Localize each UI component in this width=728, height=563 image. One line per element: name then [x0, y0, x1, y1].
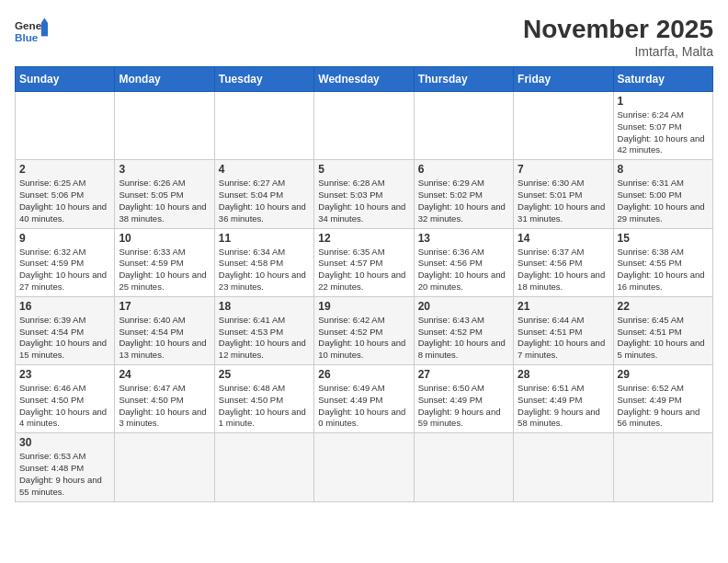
- calendar-cell: [214, 92, 313, 160]
- day-info: Sunrise: 6:35 AM Sunset: 4:57 PM Dayligh…: [318, 247, 409, 293]
- calendar-week-row: 23Sunrise: 6:46 AM Sunset: 4:50 PM Dayli…: [16, 365, 713, 433]
- day-info: Sunrise: 6:31 AM Sunset: 5:00 PM Dayligh…: [618, 178, 709, 224]
- day-number: 24: [119, 368, 210, 381]
- day-info: Sunrise: 6:46 AM Sunset: 4:50 PM Dayligh…: [19, 383, 110, 430]
- calendar-week-row: 1Sunrise: 6:24 AM Sunset: 5:07 PM Daylig…: [16, 92, 713, 160]
- day-info: Sunrise: 6:34 AM Sunset: 4:58 PM Dayligh…: [219, 247, 310, 293]
- day-number: 2: [19, 163, 110, 176]
- day-number: 17: [119, 300, 210, 313]
- day-number: 1: [618, 95, 709, 108]
- calendar-cell: 2Sunrise: 6:25 AM Sunset: 5:06 PM Daylig…: [16, 160, 115, 228]
- calendar-cell: [414, 433, 513, 501]
- day-info: Sunrise: 6:51 AM Sunset: 4:49 PM Dayligh…: [518, 383, 609, 430]
- day-number: 28: [518, 368, 609, 381]
- day-number: 7: [518, 163, 609, 176]
- calendar-header-wednesday: Wednesday: [314, 67, 414, 92]
- calendar-header-saturday: Saturday: [613, 67, 712, 92]
- day-info: Sunrise: 6:41 AM Sunset: 4:53 PM Dayligh…: [219, 315, 310, 362]
- calendar-header-monday: Monday: [115, 67, 214, 92]
- calendar-cell: 19Sunrise: 6:42 AM Sunset: 4:52 PM Dayli…: [314, 296, 414, 364]
- calendar-cell: 9Sunrise: 6:32 AM Sunset: 4:59 PM Daylig…: [16, 228, 115, 296]
- day-number: 5: [318, 163, 409, 176]
- calendar-cell: 8Sunrise: 6:31 AM Sunset: 5:00 PM Daylig…: [613, 160, 712, 228]
- day-info: Sunrise: 6:32 AM Sunset: 4:59 PM Dayligh…: [19, 247, 110, 293]
- day-info: Sunrise: 6:44 AM Sunset: 4:51 PM Dayligh…: [518, 315, 609, 362]
- day-number: 16: [19, 300, 110, 313]
- calendar-cell: 30Sunrise: 6:53 AM Sunset: 4:48 PM Dayli…: [16, 433, 115, 501]
- day-number: 13: [418, 232, 509, 245]
- calendar-cell: 26Sunrise: 6:49 AM Sunset: 4:49 PM Dayli…: [314, 365, 414, 433]
- day-number: 22: [618, 300, 709, 313]
- svg-text:Blue: Blue: [15, 31, 39, 43]
- calendar-cell: 18Sunrise: 6:41 AM Sunset: 4:53 PM Dayli…: [214, 296, 313, 364]
- day-number: 10: [119, 232, 210, 245]
- calendar-cell: 22Sunrise: 6:45 AM Sunset: 4:51 PM Dayli…: [613, 296, 712, 364]
- day-info: Sunrise: 6:33 AM Sunset: 4:59 PM Dayligh…: [119, 247, 210, 293]
- calendar-cell: [115, 92, 214, 160]
- day-info: Sunrise: 6:43 AM Sunset: 4:52 PM Dayligh…: [418, 315, 509, 362]
- calendar-cell: 25Sunrise: 6:48 AM Sunset: 4:50 PM Dayli…: [214, 365, 313, 433]
- day-info: Sunrise: 6:37 AM Sunset: 4:56 PM Dayligh…: [518, 247, 609, 293]
- day-number: 23: [19, 368, 110, 381]
- calendar-cell: 6Sunrise: 6:29 AM Sunset: 5:02 PM Daylig…: [414, 160, 513, 228]
- day-number: 26: [318, 368, 409, 381]
- calendar-cell: 23Sunrise: 6:46 AM Sunset: 4:50 PM Dayli…: [16, 365, 115, 433]
- calendar-cell: 28Sunrise: 6:51 AM Sunset: 4:49 PM Dayli…: [514, 365, 613, 433]
- day-info: Sunrise: 6:24 AM Sunset: 5:07 PM Dayligh…: [618, 109, 709, 156]
- day-info: Sunrise: 6:36 AM Sunset: 4:56 PM Dayligh…: [418, 247, 509, 293]
- calendar-header-row: SundayMondayTuesdayWednesdayThursdayFrid…: [16, 67, 713, 92]
- calendar-cell: [514, 92, 613, 160]
- day-info: Sunrise: 6:29 AM Sunset: 5:02 PM Dayligh…: [418, 178, 509, 224]
- day-info: Sunrise: 6:26 AM Sunset: 5:05 PM Dayligh…: [119, 178, 210, 224]
- location: Imtarfa, Malta: [523, 44, 713, 59]
- day-info: Sunrise: 6:50 AM Sunset: 4:49 PM Dayligh…: [418, 383, 509, 430]
- month-title: November 2025: [523, 15, 713, 44]
- day-number: 19: [318, 300, 409, 313]
- day-number: 8: [618, 163, 709, 176]
- calendar-cell: 20Sunrise: 6:43 AM Sunset: 4:52 PM Dayli…: [414, 296, 513, 364]
- calendar-week-row: 2Sunrise: 6:25 AM Sunset: 5:06 PM Daylig…: [16, 160, 713, 228]
- day-number: 30: [19, 436, 110, 449]
- day-info: Sunrise: 6:52 AM Sunset: 4:49 PM Dayligh…: [618, 383, 709, 430]
- calendar-cell: 16Sunrise: 6:39 AM Sunset: 4:54 PM Dayli…: [16, 296, 115, 364]
- day-info: Sunrise: 6:28 AM Sunset: 5:03 PM Dayligh…: [318, 178, 409, 224]
- calendar-week-row: 16Sunrise: 6:39 AM Sunset: 4:54 PM Dayli…: [16, 296, 713, 364]
- day-number: 20: [418, 300, 509, 313]
- calendar-cell: [16, 92, 115, 160]
- calendar-cell: 12Sunrise: 6:35 AM Sunset: 4:57 PM Dayli…: [314, 228, 414, 296]
- calendar-cell: 7Sunrise: 6:30 AM Sunset: 5:01 PM Daylig…: [514, 160, 613, 228]
- calendar-week-row: 9Sunrise: 6:32 AM Sunset: 4:59 PM Daylig…: [16, 228, 713, 296]
- calendar-cell: 4Sunrise: 6:27 AM Sunset: 5:04 PM Daylig…: [214, 160, 313, 228]
- calendar-header-thursday: Thursday: [414, 67, 513, 92]
- day-number: 3: [119, 163, 210, 176]
- calendar-cell: [314, 92, 414, 160]
- day-info: Sunrise: 6:47 AM Sunset: 4:50 PM Dayligh…: [119, 383, 210, 430]
- calendar-cell: 5Sunrise: 6:28 AM Sunset: 5:03 PM Daylig…: [314, 160, 414, 228]
- calendar-cell: 11Sunrise: 6:34 AM Sunset: 4:58 PM Dayli…: [214, 228, 313, 296]
- page-header: General Blue November 2025 Imtarfa, Malt…: [15, 15, 713, 59]
- day-info: Sunrise: 6:38 AM Sunset: 4:55 PM Dayligh…: [618, 247, 709, 293]
- calendar-header-sunday: Sunday: [16, 67, 115, 92]
- day-info: Sunrise: 6:27 AM Sunset: 5:04 PM Dayligh…: [219, 178, 310, 224]
- calendar-cell: [514, 433, 613, 501]
- day-number: 21: [518, 300, 609, 313]
- day-number: 25: [219, 368, 310, 381]
- calendar-cell: 15Sunrise: 6:38 AM Sunset: 4:55 PM Dayli…: [613, 228, 712, 296]
- day-info: Sunrise: 6:40 AM Sunset: 4:54 PM Dayligh…: [119, 315, 210, 362]
- day-info: Sunrise: 6:48 AM Sunset: 4:50 PM Dayligh…: [219, 383, 310, 430]
- calendar-cell: [314, 433, 414, 501]
- day-info: Sunrise: 6:25 AM Sunset: 5:06 PM Dayligh…: [19, 178, 110, 224]
- calendar-header-friday: Friday: [514, 67, 613, 92]
- day-info: Sunrise: 6:39 AM Sunset: 4:54 PM Dayligh…: [19, 315, 110, 362]
- calendar-cell: [115, 433, 214, 501]
- calendar-cell: 13Sunrise: 6:36 AM Sunset: 4:56 PM Dayli…: [414, 228, 513, 296]
- logo: General Blue: [15, 15, 48, 48]
- title-block: November 2025 Imtarfa, Malta: [523, 15, 713, 59]
- calendar-header-tuesday: Tuesday: [214, 67, 313, 92]
- calendar-cell: 27Sunrise: 6:50 AM Sunset: 4:49 PM Dayli…: [414, 365, 513, 433]
- calendar-cell: [613, 433, 712, 501]
- day-number: 14: [518, 232, 609, 245]
- calendar-cell: [214, 433, 313, 501]
- calendar-week-row: 30Sunrise: 6:53 AM Sunset: 4:48 PM Dayli…: [16, 433, 713, 501]
- day-number: 15: [618, 232, 709, 245]
